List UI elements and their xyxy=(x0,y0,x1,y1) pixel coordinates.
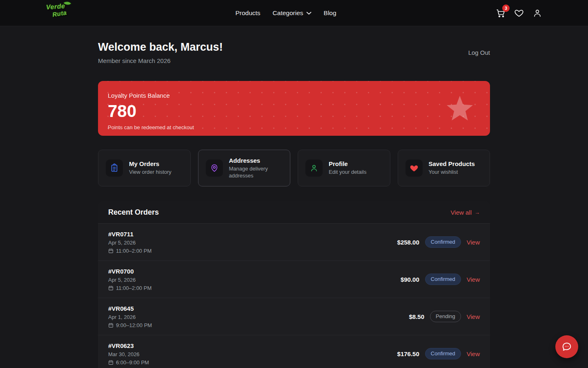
order-row: #VR0623 Mar 30, 2026 6:00–9:00 PM $176.5… xyxy=(98,335,490,368)
quick-card-title: Saved Products xyxy=(429,160,475,167)
order-row-right: $258.00 Confirmed View xyxy=(397,236,480,248)
chat-support-button[interactable] xyxy=(555,335,578,358)
user-icon xyxy=(310,164,318,173)
quick-card-text: Profile Edit your details xyxy=(329,160,367,175)
top-navbar: Verde Ruta Products Categories Blog 3 xyxy=(0,0,588,26)
order-info: #VR0623 Mar 30, 2026 6:00–9:00 PM xyxy=(108,342,149,366)
brand-logo[interactable]: Verde Ruta xyxy=(45,2,72,23)
wishlist-button[interactable] xyxy=(514,8,524,18)
map-pin-icon xyxy=(210,164,219,173)
calendar-icon xyxy=(108,285,114,291)
recent-orders-title: Recent Orders xyxy=(108,208,159,217)
cart-button[interactable]: 3 xyxy=(496,8,506,18)
star-icon xyxy=(447,96,473,121)
cart-count-badge: 3 xyxy=(502,4,510,12)
nav-item-categories[interactable]: Categories xyxy=(273,9,312,17)
quick-card-subtitle: Your wishlist xyxy=(429,169,475,175)
nav-icons: 3 xyxy=(496,8,542,18)
view-order-link[interactable]: View xyxy=(467,276,480,283)
quick-card-addresses[interactable]: Addresses Manage delivery addresses xyxy=(198,150,291,186)
calendar-icon xyxy=(108,248,114,254)
order-row: #VR0700 Apr 5, 2026 11:00–2:00 PM $90.00… xyxy=(98,261,490,298)
nav-links: Products Categories Blog xyxy=(231,9,336,17)
order-info: #VR0700 Apr 5, 2026 11:00–2:00 PM xyxy=(108,268,151,291)
quick-card-icon-box xyxy=(106,159,123,177)
quick-card-title: Profile xyxy=(329,160,367,167)
quick-card-title: Addresses xyxy=(229,157,283,164)
order-row-right: $90.00 Confirmed View xyxy=(401,274,480,285)
quick-card-subtitle: View order history xyxy=(129,169,172,175)
order-id: #VR0623 xyxy=(108,342,149,349)
status-badge: Pending xyxy=(430,311,461,322)
order-date: Apr 5, 2026 xyxy=(108,277,151,283)
welcome-text-block: Welcome back, Marcus! Member since March… xyxy=(98,41,223,64)
quick-card-icon-box xyxy=(305,159,323,177)
order-row: #VR0645 Apr 1, 2026 9:00–12:00 PM $8.50 … xyxy=(98,298,490,335)
view-order-link[interactable]: View xyxy=(467,313,480,320)
order-total: $8.50 xyxy=(409,313,424,320)
status-badge: Confirmed xyxy=(425,348,461,359)
quick-card-subtitle: Manage delivery addresses xyxy=(229,166,283,179)
member-since-text: Member since March 2026 xyxy=(98,57,223,64)
arrow-right-icon: → xyxy=(474,209,480,215)
recent-orders-header: Recent Orders View all → xyxy=(98,201,490,224)
order-info: #VR0711 Apr 5, 2026 11:00–2:00 PM xyxy=(108,231,151,254)
quick-card-title: My Orders xyxy=(129,160,172,167)
order-info: #VR0645 Apr 1, 2026 9:00–12:00 PM xyxy=(108,305,152,328)
account-dashboard: Welcome back, Marcus! Member since March… xyxy=(98,26,490,368)
quick-card-text: My Orders View order history xyxy=(129,160,172,175)
nav-item-products[interactable]: Products xyxy=(235,9,260,17)
nav-item-products-label: Products xyxy=(235,9,260,17)
welcome-header: Welcome back, Marcus! Member since March… xyxy=(98,41,490,64)
status-badge: Confirmed xyxy=(425,274,461,285)
quick-card-saved-products[interactable]: Saved Products Your wishlist xyxy=(398,150,490,186)
order-row-right: $8.50 Pending View xyxy=(409,311,480,322)
order-date: Apr 5, 2026 xyxy=(108,240,151,246)
quick-card-icon-box xyxy=(405,159,423,177)
order-date: Apr 1, 2026 xyxy=(108,314,152,320)
order-total: $176.50 xyxy=(397,350,419,357)
chat-bubble-icon xyxy=(561,341,572,352)
chevron-down-icon xyxy=(306,11,312,15)
clipboard-icon xyxy=(110,164,119,173)
heart-outline-icon xyxy=(514,8,524,18)
order-id: #VR0700 xyxy=(108,268,151,275)
view-all-label: View all xyxy=(451,209,472,216)
order-time: 11:00–2:00 PM xyxy=(108,248,151,254)
loyalty-label: Loyalty Points Balance xyxy=(108,92,480,99)
order-time-label: 6:00–9:00 PM xyxy=(116,359,149,366)
calendar-icon xyxy=(108,323,114,328)
order-row: #VR0711 Apr 5, 2026 11:00–2:00 PM $258.0… xyxy=(98,224,490,261)
order-time: 11:00–2:00 PM xyxy=(108,285,151,291)
quick-card-subtitle: Edit your details xyxy=(329,169,367,175)
status-badge: Confirmed xyxy=(425,236,461,248)
loyalty-points-value: 780 xyxy=(108,103,480,120)
quick-card-my-orders[interactable]: My Orders View order history xyxy=(98,150,191,186)
order-time: 9:00–12:00 PM xyxy=(108,322,152,328)
order-id: #VR0645 xyxy=(108,305,152,312)
view-all-link[interactable]: View all → xyxy=(451,209,480,216)
quick-card-profile[interactable]: Profile Edit your details xyxy=(298,150,390,186)
calendar-icon xyxy=(108,360,114,365)
nav-item-blog-label: Blog xyxy=(324,9,336,17)
recent-orders-section: Recent Orders View all → #VR0711 Apr 5, … xyxy=(98,201,490,368)
nav-item-blog[interactable]: Blog xyxy=(324,9,336,17)
loyalty-note: Points can be redeemed at checkout xyxy=(108,124,480,130)
order-total: $258.00 xyxy=(397,239,419,246)
order-row-right: $176.50 Confirmed View xyxy=(397,348,480,359)
logout-button[interactable]: Log Out xyxy=(468,49,490,56)
user-outline-icon xyxy=(532,8,542,18)
order-total: $90.00 xyxy=(401,276,419,283)
page-title: Welcome back, Marcus! xyxy=(98,41,223,54)
heart-icon xyxy=(410,164,419,173)
account-button[interactable] xyxy=(532,8,542,18)
quick-card-text: Saved Products Your wishlist xyxy=(429,160,475,175)
quick-card-text: Addresses Manage delivery addresses xyxy=(229,157,283,179)
loyalty-points-card: Loyalty Points Balance 780 Points can be… xyxy=(98,81,490,136)
view-order-link[interactable]: View xyxy=(467,239,480,246)
order-time-label: 11:00–2:00 PM xyxy=(116,285,151,291)
order-time-label: 9:00–12:00 PM xyxy=(116,322,152,328)
view-order-link[interactable]: View xyxy=(467,350,480,357)
order-id: #VR0711 xyxy=(108,231,151,238)
order-time-label: 11:00–2:00 PM xyxy=(116,248,151,254)
